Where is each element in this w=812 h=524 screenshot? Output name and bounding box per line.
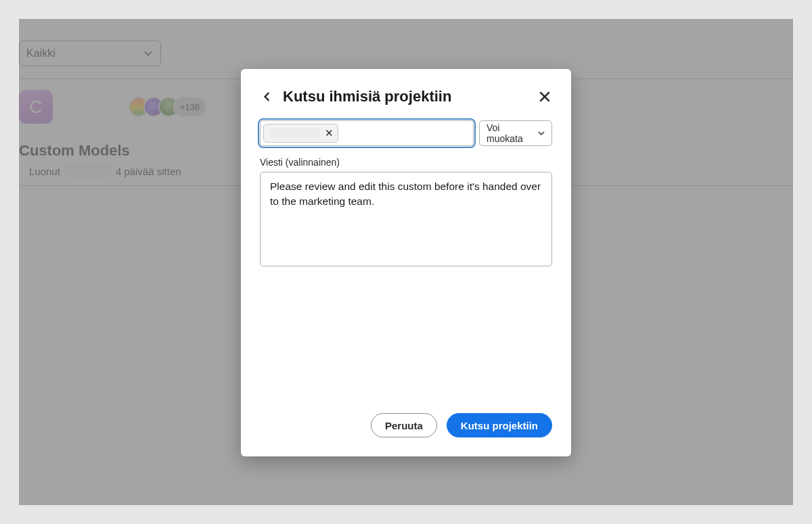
invite-people-input[interactable]: ✕ — [260, 120, 474, 146]
message-label: Viesti (valinnainen) — [260, 157, 552, 168]
filter-select-value: Kaikki — [26, 47, 55, 59]
permission-select-value: Voi muokata — [487, 122, 538, 144]
chevron-down-icon — [538, 130, 545, 137]
chevron-down-icon — [144, 49, 152, 57]
project-subtitle: Luonut 4 päivää sitten — [29, 164, 181, 178]
cancel-button[interactable]: Peruuta — [371, 413, 437, 437]
message-textarea[interactable] — [260, 172, 552, 266]
project-tile[interactable]: C — [19, 90, 53, 124]
filter-select[interactable]: Kaikki — [19, 41, 161, 66]
close-button[interactable] — [537, 89, 552, 104]
permission-select[interactable]: Voi muokata — [479, 120, 552, 146]
close-icon — [539, 91, 550, 102]
project-tile-letter: C — [30, 97, 43, 118]
project-title: Custom Models — [19, 142, 130, 160]
author-redacted — [64, 164, 112, 178]
created-by-label: Luonut — [29, 166, 60, 177]
modal-footer: Peruuta Kutsu projektiin — [260, 413, 552, 437]
modal-title: Kutsu ihmisiä projektiin — [283, 88, 451, 105]
back-button[interactable] — [260, 89, 275, 104]
modal-header: Kutsu ihmisiä projektiin — [260, 88, 552, 105]
chevron-left-icon — [263, 92, 272, 101]
invitee-chip-name — [269, 128, 319, 138]
collaborator-avatars[interactable]: +136 — [134, 97, 206, 117]
avatar-overflow-count: +136 — [173, 97, 206, 117]
chip-remove-icon[interactable]: ✕ — [325, 127, 334, 139]
invitee-chip[interactable]: ✕ — [263, 124, 338, 143]
created-ago: 4 päivää sitten — [116, 166, 181, 177]
invite-button[interactable]: Kutsu projektiin — [447, 413, 552, 437]
invite-row: ✕ Voi muokata — [260, 120, 552, 146]
invite-modal: Kutsu ihmisiä projektiin ✕ Voi muokata V… — [241, 69, 571, 456]
